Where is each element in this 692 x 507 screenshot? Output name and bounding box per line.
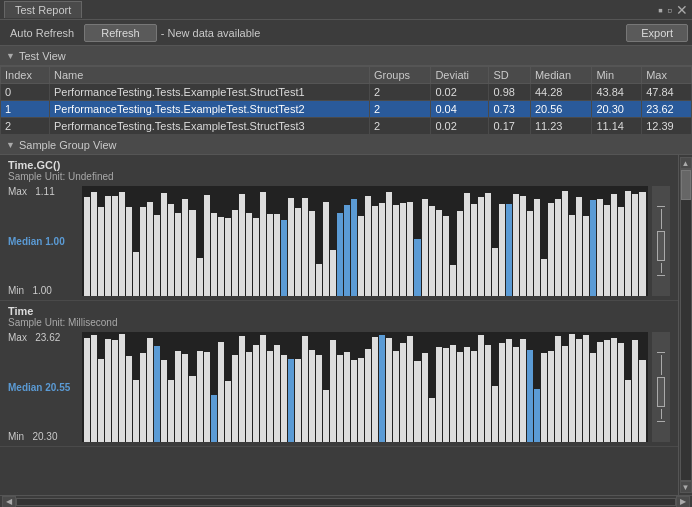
- col-min[interactable]: Min: [592, 67, 642, 84]
- bar: [639, 360, 645, 442]
- refresh-button[interactable]: Refresh: [84, 24, 157, 42]
- bar: [618, 343, 624, 442]
- title-icons[interactable]: ▪ ▫ ✕: [658, 2, 688, 18]
- collapse-icon[interactable]: ▼: [6, 51, 15, 61]
- chart-area: Max 23.62 Median 20.55 Min 20.30: [8, 332, 670, 442]
- table-cell: 0: [1, 84, 50, 101]
- bar: [168, 204, 174, 296]
- bar: [443, 216, 449, 296]
- sample-with-scrollbar: Time.GC() Sample Unit: Undefined Max 1.1…: [0, 155, 692, 495]
- bar: [140, 353, 146, 442]
- bar: [309, 350, 315, 442]
- bar: [569, 334, 575, 442]
- bar: [175, 351, 181, 442]
- bar: [541, 353, 547, 442]
- col-sd[interactable]: SD: [489, 67, 530, 84]
- h-scroll-track[interactable]: [16, 498, 676, 506]
- bar: [168, 380, 174, 442]
- bar: [323, 390, 329, 442]
- bar: [260, 192, 266, 296]
- export-button[interactable]: Export: [626, 24, 688, 42]
- col-max[interactable]: Max: [642, 67, 692, 84]
- bar: [161, 193, 167, 296]
- bar: [126, 207, 132, 296]
- bar: [611, 194, 617, 296]
- bar: [204, 195, 210, 296]
- bar: [309, 211, 315, 296]
- table-row[interactable]: 2PerformanceTesting.Tests.ExampleTest.St…: [1, 118, 692, 135]
- minimize-icon[interactable]: ▪: [658, 2, 663, 18]
- table-cell: 0.02: [431, 118, 489, 135]
- charts-scroll[interactable]: Time.GC() Sample Unit: Undefined Max 1.1…: [0, 155, 678, 495]
- chart-title: Time.GC(): [8, 159, 670, 171]
- bar: [91, 192, 97, 296]
- table-cell: 44.28: [530, 84, 591, 101]
- error-bar-line-bottom: [661, 409, 662, 419]
- bar: [414, 361, 420, 442]
- bar: [344, 205, 350, 296]
- bar: [527, 350, 533, 442]
- auto-refresh-button[interactable]: Auto Refresh: [4, 25, 80, 41]
- close-icon[interactable]: ✕: [676, 2, 688, 18]
- bar: [436, 210, 442, 296]
- chart-label-min: Min 20.30: [8, 431, 78, 442]
- bar: [541, 259, 547, 296]
- right-scrollbar[interactable]: ▲ ▼: [678, 155, 692, 495]
- scroll-up-arrow[interactable]: ▲: [680, 157, 692, 169]
- test-view-section: ▼ Test View Index Name Groups Deviati SD…: [0, 46, 692, 135]
- bar: [295, 359, 301, 442]
- scroll-thumb[interactable]: [681, 170, 691, 200]
- bar: [611, 338, 617, 442]
- bar: [407, 202, 413, 296]
- bar: [534, 199, 540, 296]
- scroll-down-arrow[interactable]: ▼: [680, 481, 692, 493]
- bar: [154, 346, 160, 442]
- bar: [407, 336, 413, 442]
- bar: [147, 202, 153, 296]
- bar: [485, 193, 491, 296]
- bar: [267, 351, 273, 442]
- bar: [239, 336, 245, 442]
- table-cell: 0.02: [431, 84, 489, 101]
- col-index[interactable]: Index: [1, 67, 50, 84]
- bar: [323, 202, 329, 296]
- col-name[interactable]: Name: [49, 67, 369, 84]
- maximize-icon[interactable]: ▫: [667, 2, 672, 18]
- bar: [197, 351, 203, 442]
- chart-labels: Max 1.11 Median 1.00 Min 1.00: [8, 186, 78, 296]
- table-cell: PerformanceTesting.Tests.ExampleTest.Str…: [49, 84, 369, 101]
- bar: [246, 213, 252, 296]
- table-cell: 1: [1, 101, 50, 118]
- table-row[interactable]: 0PerformanceTesting.Tests.ExampleTest.St…: [1, 84, 692, 101]
- chart-subtitle: Sample Unit: Undefined: [8, 171, 670, 182]
- error-bar-cap-bottom: [657, 421, 665, 422]
- bar: [471, 351, 477, 442]
- bar: [98, 207, 104, 296]
- bar: [400, 203, 406, 296]
- bar: [436, 347, 442, 442]
- col-median[interactable]: Median: [530, 67, 591, 84]
- col-groups[interactable]: Groups: [369, 67, 430, 84]
- bar: [267, 214, 273, 296]
- bar: [189, 210, 195, 296]
- bar: [133, 380, 139, 442]
- bar: [302, 336, 308, 442]
- sample-group-header: ▼ Sample Group View: [0, 135, 692, 155]
- bar: [281, 355, 287, 442]
- bar: [211, 395, 217, 442]
- bar: [513, 194, 519, 296]
- bar: [147, 338, 153, 442]
- bar: [119, 334, 125, 442]
- scroll-track[interactable]: [680, 169, 692, 481]
- collapse-icon-2[interactable]: ▼: [6, 140, 15, 150]
- bar: [393, 205, 399, 296]
- table-row[interactable]: 1PerformanceTesting.Tests.ExampleTest.St…: [1, 101, 692, 118]
- scroll-right-arrow[interactable]: ▶: [676, 496, 690, 508]
- bottom-scrollbar: ◀ ▶: [0, 495, 692, 507]
- col-deviation[interactable]: Deviati: [431, 67, 489, 84]
- bar: [632, 194, 638, 296]
- bar: [443, 348, 449, 442]
- bar: [534, 389, 540, 442]
- table-cell: 11.23: [530, 118, 591, 135]
- scroll-left-arrow[interactable]: ◀: [2, 496, 16, 508]
